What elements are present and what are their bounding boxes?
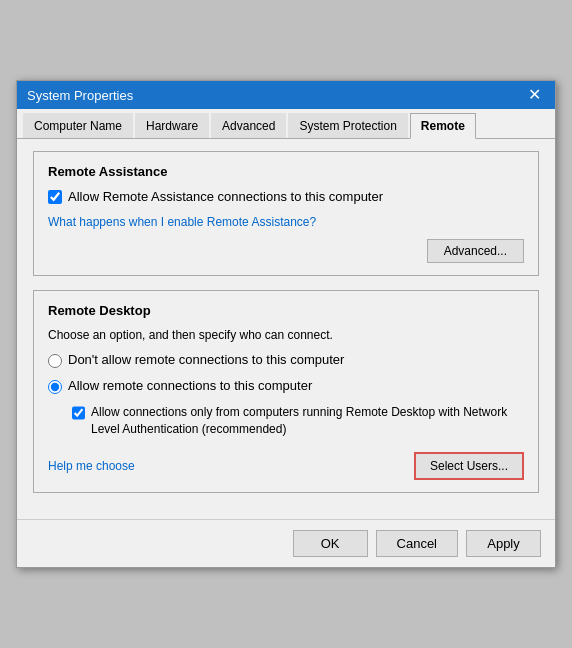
advanced-button[interactable]: Advanced... xyxy=(427,239,524,263)
tab-computer-name[interactable]: Computer Name xyxy=(23,113,133,138)
tab-content: Remote Assistance Allow Remote Assistanc… xyxy=(17,139,555,519)
footer: OK Cancel Apply xyxy=(17,519,555,567)
cancel-button[interactable]: Cancel xyxy=(376,530,458,557)
close-button[interactable]: ✕ xyxy=(524,87,545,103)
dialog-title: System Properties xyxy=(27,88,133,103)
nla-checkbox[interactable] xyxy=(72,406,85,420)
remote-desktop-description: Choose an option, and then specify who c… xyxy=(48,328,524,342)
nla-checkbox-label: Allow connections only from computers ru… xyxy=(91,404,524,438)
remote-assistance-title: Remote Assistance xyxy=(48,164,524,179)
remote-assistance-buttons: Advanced... xyxy=(48,239,524,263)
help-me-choose-link[interactable]: Help me choose xyxy=(48,459,135,473)
select-users-button[interactable]: Select Users... xyxy=(414,452,524,480)
radio-allow-connections-row: Allow remote connections to this compute… xyxy=(48,378,524,394)
system-properties-dialog: System Properties ✕ Computer Name Hardwa… xyxy=(16,80,556,568)
radio-no-connections[interactable] xyxy=(48,354,62,368)
radio-no-connections-row: Don't allow remote connections to this c… xyxy=(48,352,524,368)
remote-assistance-checkbox-label: Allow Remote Assistance connections to t… xyxy=(68,189,383,204)
nla-checkbox-row: Allow connections only from computers ru… xyxy=(72,404,524,438)
remote-desktop-title: Remote Desktop xyxy=(48,303,524,318)
tab-bar: Computer Name Hardware Advanced System P… xyxy=(17,109,555,139)
tab-system-protection[interactable]: System Protection xyxy=(288,113,407,138)
remote-assistance-checkbox[interactable] xyxy=(48,190,62,204)
remote-assistance-section: Remote Assistance Allow Remote Assistanc… xyxy=(33,151,539,276)
apply-button[interactable]: Apply xyxy=(466,530,541,557)
tab-remote[interactable]: Remote xyxy=(410,113,476,139)
radio-allow-connections-label: Allow remote connections to this compute… xyxy=(68,378,312,393)
tab-advanced[interactable]: Advanced xyxy=(211,113,286,138)
remote-desktop-section: Remote Desktop Choose an option, and the… xyxy=(33,290,539,493)
ok-button[interactable]: OK xyxy=(293,530,368,557)
tab-hardware[interactable]: Hardware xyxy=(135,113,209,138)
remote-assistance-help-link[interactable]: What happens when I enable Remote Assist… xyxy=(48,215,316,229)
remote-assistance-checkbox-row: Allow Remote Assistance connections to t… xyxy=(48,189,524,204)
remote-desktop-bottom-row: Help me choose Select Users... xyxy=(48,452,524,480)
radio-allow-connections[interactable] xyxy=(48,380,62,394)
radio-no-connections-label: Don't allow remote connections to this c… xyxy=(68,352,344,367)
title-bar: System Properties ✕ xyxy=(17,81,555,109)
